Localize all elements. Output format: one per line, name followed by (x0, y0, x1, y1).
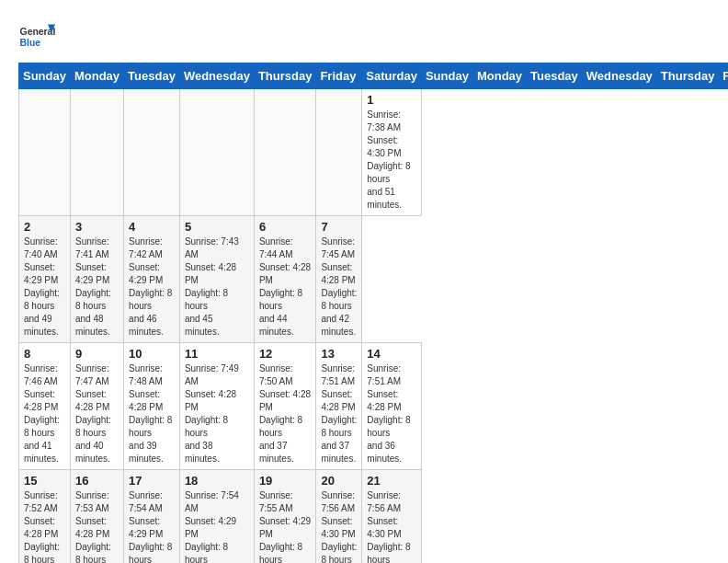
col-header-friday: Friday (316, 63, 362, 89)
calendar-cell: 4Sunrise: 7:42 AMSunset: 4:29 PMDaylight… (124, 216, 180, 343)
day-number: 6 (259, 220, 312, 234)
day-detail: Sunrise: 7:47 AMSunset: 4:28 PMDaylight:… (75, 363, 111, 464)
day-number: 4 (129, 220, 175, 234)
day-number: 20 (321, 474, 357, 488)
day-detail: Sunrise: 7:50 AMSunset: 4:28 PMDaylight:… (259, 363, 311, 464)
day-number: 16 (75, 474, 119, 488)
calendar-cell: 9Sunrise: 7:47 AMSunset: 4:28 PMDaylight… (70, 343, 123, 470)
calendar-cell: 13Sunrise: 7:51 AMSunset: 4:28 PMDayligh… (316, 343, 362, 470)
calendar-cell: 14Sunrise: 7:51 AMSunset: 4:28 PMDayligh… (362, 343, 422, 470)
calendar-cell: 18Sunrise: 7:54 AMSunset: 4:29 PMDayligh… (179, 470, 254, 564)
day-detail: Sunrise: 7:48 AMSunset: 4:28 PMDaylight:… (129, 363, 172, 464)
day-number: 3 (75, 220, 119, 234)
day-number: 1 (367, 93, 416, 107)
calendar-cell: 2Sunrise: 7:40 AMSunset: 4:29 PMDaylight… (19, 216, 71, 343)
day-number: 13 (321, 347, 357, 361)
calendar-cell (316, 89, 362, 216)
page-header: General Blue (18, 18, 710, 55)
day-number: 18 (185, 474, 249, 488)
day-detail: Sunrise: 7:56 AMSunset: 4:30 PMDaylight:… (321, 490, 357, 563)
day-detail: Sunrise: 7:54 AMSunset: 4:29 PMDaylight:… (185, 490, 239, 563)
calendar-cell: 5Sunrise: 7:43 AMSunset: 4:28 PMDaylight… (179, 216, 254, 343)
day-detail: Sunrise: 7:46 AMSunset: 4:28 PMDaylight:… (24, 363, 60, 464)
calendar-table: SundayMondayTuesdayWednesdayThursdayFrid… (18, 63, 728, 563)
calendar-cell: 8Sunrise: 7:46 AMSunset: 4:28 PMDaylight… (19, 343, 71, 470)
day-number: 8 (24, 347, 65, 361)
day-detail: Sunrise: 7:56 AMSunset: 4:30 PMDaylight:… (367, 490, 410, 563)
calendar-cell (254, 89, 316, 216)
col-header-tuesday: Tuesday (527, 63, 583, 89)
calendar-header-row: SundayMondayTuesdayWednesdayThursdayFrid… (19, 63, 729, 89)
col-header-thursday: Thursday (656, 63, 719, 89)
day-detail: Sunrise: 7:44 AMSunset: 4:28 PMDaylight:… (259, 236, 311, 337)
day-detail: Sunrise: 7:54 AMSunset: 4:29 PMDaylight:… (129, 490, 172, 563)
calendar-cell: 19Sunrise: 7:55 AMSunset: 4:29 PMDayligh… (254, 470, 316, 564)
day-number: 5 (185, 220, 249, 234)
day-detail: Sunrise: 7:41 AMSunset: 4:29 PMDaylight:… (75, 236, 111, 337)
calendar-cell: 16Sunrise: 7:53 AMSunset: 4:28 PMDayligh… (70, 470, 123, 564)
calendar-cell: 1Sunrise: 7:38 AMSunset: 4:30 PMDaylight… (362, 89, 422, 216)
day-detail: Sunrise: 7:52 AMSunset: 4:28 PMDaylight:… (24, 490, 60, 563)
day-detail: Sunrise: 7:42 AMSunset: 4:29 PMDaylight:… (129, 236, 172, 337)
calendar-cell: 3Sunrise: 7:41 AMSunset: 4:29 PMDaylight… (70, 216, 123, 343)
calendar-cell: 12Sunrise: 7:50 AMSunset: 4:28 PMDayligh… (254, 343, 316, 470)
col-header-wednesday: Wednesday (179, 63, 254, 89)
day-number: 2 (24, 220, 65, 234)
day-number: 7 (321, 220, 357, 234)
day-number: 21 (367, 474, 416, 488)
day-number: 14 (367, 347, 416, 361)
day-number: 9 (75, 347, 119, 361)
col-header-tuesday: Tuesday (124, 63, 180, 89)
logo: General Blue (18, 18, 59, 55)
day-detail: Sunrise: 7:45 AMSunset: 4:28 PMDaylight:… (321, 236, 357, 337)
calendar-cell: 7Sunrise: 7:45 AMSunset: 4:28 PMDaylight… (316, 216, 362, 343)
calendar-cell: 15Sunrise: 7:52 AMSunset: 4:28 PMDayligh… (19, 470, 71, 564)
calendar-cell (19, 89, 71, 216)
day-number: 12 (259, 347, 312, 361)
col-header-friday: Friday (719, 63, 728, 89)
col-header-sunday: Sunday (19, 63, 71, 89)
day-detail: Sunrise: 7:53 AMSunset: 4:28 PMDaylight:… (75, 490, 111, 563)
day-detail: Sunrise: 7:51 AMSunset: 4:28 PMDaylight:… (367, 363, 410, 464)
calendar-week-1: 1Sunrise: 7:38 AMSunset: 4:30 PMDaylight… (19, 89, 729, 216)
calendar-cell: 21Sunrise: 7:56 AMSunset: 4:30 PMDayligh… (362, 470, 422, 564)
day-detail: Sunrise: 7:40 AMSunset: 4:29 PMDaylight:… (24, 236, 60, 337)
col-header-thursday: Thursday (254, 63, 316, 89)
day-detail: Sunrise: 7:51 AMSunset: 4:28 PMDaylight:… (321, 363, 357, 464)
day-number: 17 (129, 474, 175, 488)
calendar-cell: 17Sunrise: 7:54 AMSunset: 4:29 PMDayligh… (124, 470, 180, 564)
logo-icon: General Blue (18, 18, 55, 55)
calendar-week-3: 8Sunrise: 7:46 AMSunset: 4:28 PMDaylight… (19, 343, 729, 470)
col-header-wednesday: Wednesday (582, 63, 656, 89)
col-header-monday: Monday (70, 63, 123, 89)
day-number: 15 (24, 474, 65, 488)
day-number: 11 (185, 347, 249, 361)
calendar-week-4: 15Sunrise: 7:52 AMSunset: 4:28 PMDayligh… (19, 470, 729, 564)
calendar-cell (124, 89, 180, 216)
calendar-week-2: 2Sunrise: 7:40 AMSunset: 4:29 PMDaylight… (19, 216, 729, 343)
day-detail: Sunrise: 7:49 AMSunset: 4:28 PMDaylight:… (185, 363, 239, 464)
col-header-monday: Monday (472, 63, 526, 89)
day-detail: Sunrise: 7:38 AMSunset: 4:30 PMDaylight:… (367, 109, 410, 210)
day-number: 10 (129, 347, 175, 361)
calendar-cell: 6Sunrise: 7:44 AMSunset: 4:28 PMDaylight… (254, 216, 316, 343)
calendar-cell: 10Sunrise: 7:48 AMSunset: 4:28 PMDayligh… (124, 343, 180, 470)
day-detail: Sunrise: 7:55 AMSunset: 4:29 PMDaylight:… (259, 490, 311, 563)
day-detail: Sunrise: 7:43 AMSunset: 4:28 PMDaylight:… (185, 236, 239, 337)
calendar-cell: 20Sunrise: 7:56 AMSunset: 4:30 PMDayligh… (316, 470, 362, 564)
col-header-saturday: Saturday (362, 63, 422, 89)
calendar-cell (179, 89, 254, 216)
day-number: 19 (259, 474, 312, 488)
col-header-sunday: Sunday (421, 63, 472, 89)
calendar-cell (70, 89, 123, 216)
svg-text:Blue: Blue (20, 38, 41, 48)
calendar-cell: 11Sunrise: 7:49 AMSunset: 4:28 PMDayligh… (179, 343, 254, 470)
